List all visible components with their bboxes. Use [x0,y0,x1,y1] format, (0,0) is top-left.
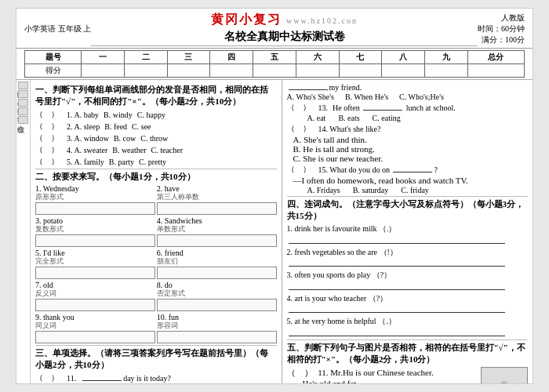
fill-8-box[interactable] [157,299,277,311]
fill-1-sublabel: 原形形式 [35,193,155,202]
reorder-5-answer[interactable] [289,336,506,336]
reorder-4-answer[interactable] [289,312,506,313]
q13-row: （ ） 13. He often lunch at school. [287,102,529,113]
q15-paren[interactable]: （ ） [287,164,311,175]
score-cell-3[interactable] [167,64,210,78]
q4-row: （ ） 4. A. sweater B. weather C. teacher [35,144,277,155]
score-header-4: 四 [210,51,253,64]
page-outer: 小学英语 五年级 上 黄冈小复习 www.hz102.con 名校全真期中达标测… [0,0,549,392]
score-row: 题号 一 二 三 四 五 六 七 八 九 总分 得分 [16,49,533,80]
fill-2-box[interactable] [157,202,277,215]
fill-10-box[interactable] [157,331,277,343]
q15-a: A. Fridays [307,186,340,194]
score-header-total: 总分 [467,51,524,64]
grade-label: 小学英语 五年级 上 [24,24,91,34]
score-cell-5[interactable] [253,64,296,78]
reorder-1-answer[interactable] [289,243,506,244]
fill-6-box[interactable] [157,267,277,279]
q4-paren[interactable]: （ ） [35,144,59,155]
fill-item-9: 9. thank you 同义词 [35,313,155,343]
r-opt-a: A. Who's She's [287,93,334,101]
q13-num: 13. [318,103,329,112]
score-cell-6[interactable] [296,64,339,78]
header: 小学英语 五年级 上 黄冈小复习 www.hz102.con 名校全真期中达标测… [16,9,533,49]
r-q-opt-a: A. Who's She's B. When He's C. Who's;He'… [287,93,529,101]
fill-10-label: 10. fun [157,313,277,321]
section5-q11-text: （ ） 11. Mr.Hu is our Chinese teacher. He… [287,367,478,384]
fill-5-box[interactable] [35,267,155,279]
fill-3-box[interactable] [35,234,155,247]
score-cell-total[interactable] [467,64,524,78]
header-left: 小学英语 五年级 上 [24,24,91,34]
score-cell-2[interactable] [124,64,167,78]
score-cell-8[interactable] [382,64,425,78]
reorder-2: 2. fresh vegetables so the are （!） [287,247,529,258]
left-column: 一、判断下列每组单词画线部分的发音是否相同，相同的在括号里打"√"，不相同的打"… [31,80,282,383]
score-header-9: 九 [425,51,468,64]
q13-opts: A. eat B. eats C. eating [287,114,529,122]
score-header-8: 八 [382,51,425,64]
q5-b: B. party [109,158,134,166]
score-header-5: 五 [253,51,296,64]
q15-row: （ ） 15. What do you do on ? [287,164,529,175]
q2-paren[interactable]: （ ） [35,121,59,132]
q1-b: B. windy [104,111,133,119]
score-cell-4[interactable] [210,64,253,78]
reorder-3: 3. often you sports do play （?） [287,270,529,281]
fill-4-label: 4. Sandwiches [157,216,277,225]
q13-b: B. eats [338,114,359,122]
fill-1-box[interactable] [35,202,155,215]
reorder-3-answer[interactable] [289,289,506,290]
r-blank-text: my friend. [287,83,362,92]
q2-b: B. feed [104,122,127,131]
q3-row: （ ） 3. A. window B. cow C. throw [35,132,277,143]
q13-a: A. eat [307,114,326,122]
q5-paren[interactable]: （ ） [35,156,59,167]
q14-row: （ ） 14. What's she like? [287,123,529,134]
score-cell-9[interactable] [425,64,468,78]
q14-c: C. She is our new teacher. [293,154,529,163]
fill-7-box[interactable] [35,299,155,311]
q1-paren[interactable]: （ ） [35,109,59,120]
fill-5-label: 5. I'd like [35,249,155,257]
q1-num: 1. A. baby [67,111,99,119]
q13-stem: He often lunch at school. [333,103,456,112]
reorder-2-answer[interactable] [289,266,506,267]
q11-s5-num: 11. Mr.Hu is our Chinese teacher. [318,368,433,377]
score-cell-7[interactable] [339,64,382,78]
section1-title: 一、判断下列每组单词画线部分的发音是否相同，相同的在括号里打"√"，不相同的打"… [35,84,277,107]
tab-read: 阅读 [18,99,28,107]
reorder-4: 4. art is your who teacher （?） [287,293,529,304]
q3-paren[interactable]: （ ） [35,132,59,143]
score-header-6: 六 [296,51,339,64]
q11-paren[interactable]: （ ） [35,372,59,383]
fill-4-box[interactable] [157,234,277,247]
score-header-0: 题号 [25,51,82,64]
fill-6-sublabel: 朋友们 [157,257,277,267]
r-opt-b: B. When He's [345,93,388,101]
tab-comp: 综合 [18,116,28,124]
q1-c: C. happy [137,111,165,119]
score-label: 满分：100分 [478,34,525,45]
q5-c: C. pretty [139,158,166,166]
fill-item-8: 8. do 否定形式 [157,281,277,311]
q14-paren[interactable]: （ ） [287,123,311,134]
q15-c: C. friday [401,186,429,194]
fill-10-sublabel: 形容词 [157,321,277,331]
publisher-label: 人教版 [478,13,525,24]
fill-item-4: 4. Sandwiches 单数形式 [157,216,277,247]
q15-opts: A. Fridays B. saturday C. friday [287,186,529,194]
fill-9-label: 9. thank you [35,313,155,321]
score-header-3: 三 [167,51,210,64]
fill-9-box[interactable] [35,331,155,343]
q13-paren[interactable]: （ ） [287,102,311,113]
fill-8-label: 8. do [157,281,277,289]
fill-item-5: 5. I'd like 完全形式 [35,249,155,279]
fill-item-7: 7. old 反义词 [35,281,155,311]
score-cell-1[interactable] [82,64,125,78]
q14-b: B. He is tall and strong. [293,144,529,154]
score-header-1: 一 [82,51,125,64]
q11-s5-paren[interactable]: （ ） [287,368,313,377]
section5-q11: （ ） 11. Mr.Hu is our Chinese teacher. He… [287,367,529,384]
q5-num: 5. A. family [67,158,104,166]
